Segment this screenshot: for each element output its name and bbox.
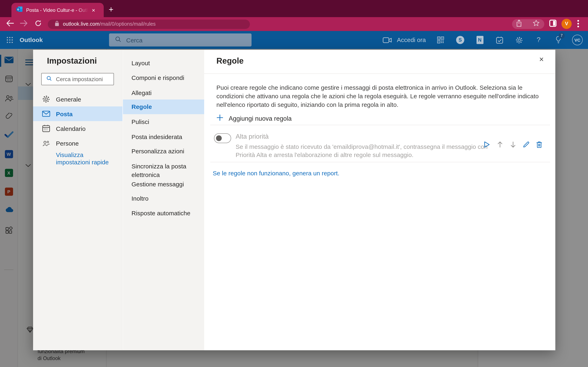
search-icon <box>115 36 121 44</box>
lock-icon <box>55 20 59 28</box>
close-icon[interactable]: × <box>536 55 546 64</box>
rules-panel: Regole × Puoi creare regole che indicano… <box>204 50 555 350</box>
forward-icon[interactable] <box>20 20 28 28</box>
side-panel-icon[interactable] <box>549 20 557 29</box>
bookmark-star-icon[interactable] <box>532 20 540 29</box>
meet-camera-icon[interactable] <box>381 31 393 49</box>
divider <box>210 125 550 125</box>
menu-item-allegati[interactable]: Allegati <box>123 86 204 100</box>
tab-title: Posta - Video Cultur-e - Outloo <box>26 7 88 13</box>
run-rule-icon[interactable] <box>482 140 492 149</box>
sidebar-item-calendario[interactable]: Calendario <box>33 121 122 136</box>
add-rule-button[interactable]: Aggiungi nuova regola <box>216 114 292 123</box>
browser-tab[interactable]: o Posta - Video Cultur-e - Outloo × <box>11 3 104 17</box>
share-icon[interactable] <box>516 20 522 29</box>
notification-badge: 7 <box>559 33 565 39</box>
account-avatar[interactable]: VC <box>572 35 583 45</box>
reload-icon[interactable] <box>35 20 42 28</box>
settings-modal: Impostazioni Generale Posta <box>33 50 555 350</box>
new-tab-button[interactable]: + <box>105 4 117 16</box>
rule-actions <box>482 140 544 149</box>
sidebar-item-persone[interactable]: Persone <box>33 136 122 150</box>
browser-toolbar: outlook.live.com/mail/0/options/mail/rul… <box>0 17 588 31</box>
divider <box>210 162 550 162</box>
menu-item-pulisci[interactable]: Pulisci <box>123 115 204 129</box>
help-icon[interactable]: ? <box>532 31 545 49</box>
mail-icon <box>42 110 50 118</box>
rule-name: Alta priorità <box>236 133 269 140</box>
sign-in-now-link[interactable]: Accedi ora <box>397 31 426 49</box>
menu-item-componi[interactable]: Componi e rispondi <box>123 71 204 85</box>
rules-description: Puoi creare regole che indicano come ges… <box>216 83 548 109</box>
settings-gear-icon[interactable] <box>513 31 525 49</box>
menu-item-gestione-messaggi[interactable]: Gestione messaggi <box>123 177 204 192</box>
url-domain: outlook.live.com <box>63 21 99 27</box>
calendar-icon <box>42 124 50 133</box>
move-up-icon[interactable] <box>495 140 505 149</box>
people-icon <box>42 139 50 147</box>
todo-calendar-icon[interactable] <box>493 31 506 49</box>
browser-profile-avatar[interactable]: V <box>562 19 572 29</box>
quick-settings-link[interactable]: Visualizza impostazioni rapide <box>56 151 114 166</box>
browser-menu-icon[interactable] <box>577 20 579 29</box>
sidebar-item-posta[interactable]: Posta <box>33 106 122 121</box>
skype-icon[interactable]: S <box>454 31 466 49</box>
app-launcher-icon[interactable] <box>4 31 16 49</box>
plus-icon <box>216 114 223 123</box>
outlook-nav-bar: Outlook Accedi ora S N ? 7 <box>0 31 588 49</box>
menu-item-risposte-automatiche[interactable]: Risposte automatiche <box>123 206 204 221</box>
outlook-search-box[interactable] <box>109 33 251 47</box>
move-down-icon[interactable] <box>508 140 518 149</box>
svg-text:o: o <box>17 7 19 11</box>
back-icon[interactable] <box>6 20 14 28</box>
settings-title: Impostazioni <box>47 56 97 66</box>
menu-item-personalizza-azioni[interactable]: Personalizza azioni <box>123 144 204 159</box>
tab-close-icon[interactable]: × <box>90 6 97 14</box>
outlook-favicon-icon: o <box>16 6 23 14</box>
onenote-icon[interactable]: N <box>474 31 486 49</box>
toggle-knob <box>216 135 222 141</box>
header-divider <box>204 73 555 74</box>
settings-search-input[interactable] <box>56 76 109 82</box>
menu-item-regole[interactable]: Regole <box>123 100 204 114</box>
qr-code-icon[interactable] <box>434 31 447 49</box>
delete-trash-icon[interactable] <box>534 140 544 149</box>
rule-description: Se il messaggio è stato ricevuto da 'ema… <box>236 143 500 159</box>
search-icon <box>46 75 52 83</box>
generate-report-link[interactable]: Se le regole non funzionano, genera un r… <box>213 170 339 176</box>
edit-pencil-icon[interactable] <box>521 140 531 149</box>
search-input[interactable] <box>126 36 232 43</box>
settings-sidebar: Impostazioni Generale Posta <box>33 50 122 350</box>
page-title: Regole <box>216 56 243 66</box>
gear-icon <box>42 95 50 103</box>
menu-item-layout[interactable]: Layout <box>123 56 204 71</box>
sidebar-item-generale[interactable]: Generale <box>33 92 122 106</box>
url-bar[interactable]: outlook.live.com/mail/0/options/mail/rul… <box>48 19 250 29</box>
mail-settings-menu: Layout Componi e rispondi Allegati Regol… <box>123 50 204 350</box>
menu-item-posta-indesiderata[interactable]: Posta indesiderata <box>123 130 204 144</box>
menu-item-inoltro[interactable]: Inoltro <box>123 191 204 206</box>
settings-search-box[interactable] <box>41 73 114 85</box>
browser-tab-strip: o Posta - Video Cultur-e - Outloo × + <box>0 0 588 17</box>
url-path: /mail/0/options/mail/rules <box>99 21 156 27</box>
rule-enabled-toggle[interactable] <box>214 133 231 143</box>
screen: o Posta - Video Cultur-e - Outloo × + ou… <box>0 0 588 367</box>
outlook-wordmark[interactable]: Outlook <box>20 31 43 49</box>
